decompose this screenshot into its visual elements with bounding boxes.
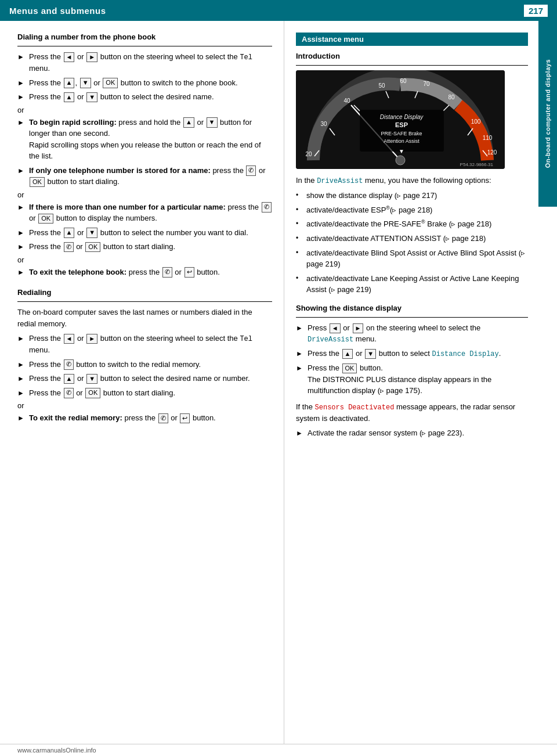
svg-text:120: 120 (487, 149, 497, 156)
left-column: Dialing a number from the phone book ► P… (0, 21, 284, 744)
phone-btn: ✆ (64, 242, 74, 252)
redialing-heading: Redialing (17, 288, 272, 297)
ok-btn: OK (342, 363, 357, 373)
bullet-text: If there is more than one number for a p… (29, 201, 272, 224)
dot-item: • activate/deactivate ATTENTION ASSIST (… (296, 233, 528, 244)
arrow-icon: ► (17, 78, 27, 89)
main-content: Dialing a number from the phone book ► P… (0, 21, 557, 744)
footer-url: www.carmanualsOnline.info (17, 747, 96, 754)
bullet-text: Press the ✆ button to switch to the redi… (29, 359, 272, 370)
svg-text:110: 110 (483, 135, 493, 141)
right-arrow-btn: ► (353, 323, 364, 333)
dot-item: • show the distance display (▹ page 217) (296, 190, 528, 201)
option-text: activate/deactivate Blind Spot Assist or… (306, 247, 528, 270)
intro-divider (296, 65, 528, 66)
side-tab-text: On-board computer and displays (544, 59, 552, 168)
bullet-text: To begin rapid scrolling: press and hold… (29, 117, 272, 162)
ok-btn: OK (85, 242, 100, 252)
right-arrow-btn: ► (86, 52, 97, 62)
bullet-text: Press the ▲ or ▼ button to select the nu… (29, 227, 272, 239)
redialing-section: Redialing The on-board computer saves th… (17, 288, 272, 424)
down-btn: ▼ (365, 349, 376, 359)
bullet-item: ► If only one telephone number is stored… (17, 165, 272, 188)
down-btn: ▼ (86, 92, 97, 102)
up-btn: ▲ (64, 228, 75, 237)
svg-text:60: 60 (400, 78, 407, 84)
tel-menu-label: Tel (240, 53, 252, 62)
arrow-icon: ► (296, 428, 305, 439)
option-text: activate/deactivate Lane Keeping Assist … (306, 273, 528, 296)
arrow-icon: ► (17, 117, 27, 162)
sensors-deactivated-label: Sensors Deactivated (315, 404, 395, 412)
bullet-item: ► Press the ▲ or ▼ button to select Dist… (296, 348, 528, 359)
svg-text:Attention Assist: Attention Assist (384, 138, 419, 144)
down-btn: ▼ (80, 78, 91, 88)
end-call-btn: ✆ (158, 413, 168, 423)
bullet-item: ► To exit the redial memory: press the ✆… (17, 412, 272, 424)
phone-book-heading: Dialing a number from the phone book (17, 33, 272, 41)
arrow-icon: ► (17, 52, 27, 74)
svg-text:40: 40 (343, 98, 350, 104)
bullet-text: Press the ◄ or ► button on the steering … (29, 333, 272, 356)
bullet-item: ► Activate the radar sensor system (▹ pa… (296, 427, 528, 439)
arrow-icon: ► (17, 165, 27, 188)
bullet-item: ► To begin rapid scrolling: press and ho… (17, 117, 272, 162)
dashboard-image: 20 30 40 50 60 70 80 100 110 120 (296, 70, 505, 169)
up-btn: ▲ (64, 78, 75, 88)
bullet-item: ► Press the ✆ button to switch to the re… (17, 359, 272, 370)
bullet-text: If only one telephone number is stored f… (29, 165, 272, 188)
driveassist-label: DriveAssist (308, 336, 353, 344)
svg-text:50: 50 (378, 82, 385, 89)
dot-icon: • (296, 204, 304, 216)
bullet-text: To exit the telephone book: press the ✆ … (29, 267, 272, 278)
up-btn: ▲ (64, 92, 75, 102)
driveassist-label: DriveAssist (317, 177, 363, 185)
option-text: show the distance display (▹ page 217) (306, 190, 437, 201)
arrow-icon: ► (296, 323, 305, 345)
distance-heading: Showing the distance display (296, 304, 528, 312)
section2-divider (17, 301, 272, 302)
phone-btn: ✆ (246, 165, 256, 175)
distance-divider (296, 317, 528, 318)
bullet-text: Press ◄ or ► on the steering wheel to se… (308, 322, 528, 345)
svg-text:80: 80 (448, 94, 455, 100)
page-number: 217 (524, 5, 548, 17)
svg-text:30: 30 (320, 121, 327, 127)
dot-item: • activate/deactivate Blind Spot Assist … (296, 247, 528, 270)
bullet-text: Press the ▲ or ▼ button to select the de… (29, 373, 272, 384)
dot-item: • activate/deactivate the PRE-SAFE® Brak… (296, 218, 528, 230)
down-btn: ▼ (86, 374, 97, 384)
bullet-item: ► If there is more than one number for a… (17, 201, 272, 224)
or-text: or (17, 401, 272, 410)
bullet-item: ► Press the ✆ or OK button to start dial… (17, 241, 272, 253)
arrow-icon: ► (17, 267, 27, 278)
svg-text:20: 20 (305, 151, 312, 157)
bullet-text: Press the ▲ or ▼ button to select Distan… (308, 348, 528, 359)
dot-icon: • (296, 190, 304, 201)
svg-text:70: 70 (423, 81, 430, 87)
phone-btn: ✆ (262, 202, 272, 212)
back-btn: ↩ (185, 267, 194, 277)
or-text: or (17, 190, 272, 199)
svg-text:Distance Display: Distance Display (380, 114, 424, 120)
arrow-icon: ► (17, 413, 27, 424)
option-text: activate/deactivate ATTENTION ASSIST (▹ … (306, 233, 486, 244)
option-text: activate/deactivate the PRE-SAFE® Brake … (306, 218, 491, 230)
down-btn: ▼ (207, 117, 218, 127)
bullet-text: Press the ▲ or ▼ button to select the de… (29, 91, 272, 103)
redialing-intro: The on-board computer saves the last nam… (17, 307, 272, 329)
dot-icon: • (296, 273, 304, 296)
right-arrow-btn: ► (86, 334, 97, 344)
bullet-item: ► Press the ▲, ▼ or OK button to switch … (17, 77, 272, 89)
back-btn: ↩ (180, 413, 190, 423)
bullet-text: Activate the radar sensor system (▹ page… (308, 427, 528, 439)
dot-item: • activate/deactivate ESP®(▹ page 218) (296, 204, 528, 216)
arrow-icon: ► (17, 92, 27, 103)
bullet-item: ► Press the ▲ or ▼ button to select the … (17, 91, 272, 103)
bullet-item: ► Press the ▲ or ▼ button to select the … (17, 373, 272, 384)
up-btn: ▲ (183, 117, 194, 127)
svg-text:▼: ▼ (399, 148, 404, 154)
left-arrow-btn: ◄ (330, 323, 341, 333)
dot-icon: • (296, 218, 304, 230)
left-arrow-btn: ◄ (64, 52, 75, 62)
